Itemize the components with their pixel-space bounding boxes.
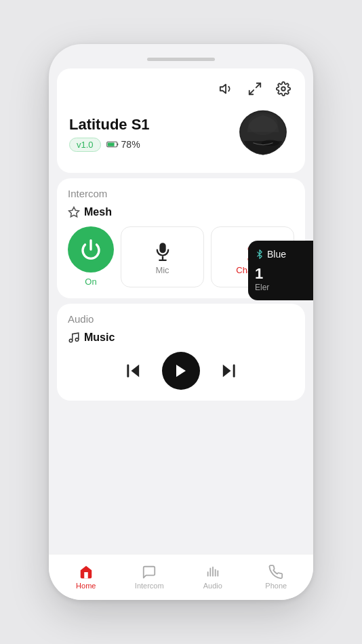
nav-home[interactable]: Home bbox=[54, 565, 118, 590]
prev-icon bbox=[124, 361, 143, 380]
device-info-row: Latitude S1 v1.0 78% bbox=[69, 106, 293, 161]
bottom-nav: Home Intercom Audio Phone bbox=[49, 554, 313, 600]
audio-card: Audio Music bbox=[57, 304, 305, 401]
bluetooth-icon bbox=[255, 249, 264, 259]
nav-intercom-label: Intercom bbox=[135, 582, 164, 590]
svg-marker-0 bbox=[220, 85, 226, 94]
mic-label: Mic bbox=[155, 265, 169, 275]
battery-badge: 78% bbox=[106, 139, 140, 150]
intercom-mode-row: Mesh bbox=[68, 206, 294, 218]
svg-point-16 bbox=[69, 339, 73, 342]
expand-icon-btn[interactable] bbox=[245, 79, 264, 98]
svg-rect-6 bbox=[117, 144, 118, 146]
audio-section-title: Audio bbox=[68, 313, 294, 325]
top-icons-row bbox=[69, 79, 293, 98]
phone-nav-icon bbox=[268, 565, 283, 580]
nav-intercom[interactable]: Intercom bbox=[118, 565, 182, 590]
device-card: Latitude S1 v1.0 78% bbox=[57, 68, 305, 173]
play-button[interactable] bbox=[162, 352, 200, 390]
home-icon bbox=[79, 565, 94, 580]
audio-nav-icon bbox=[205, 565, 220, 580]
nav-audio[interactable]: Audio bbox=[181, 565, 245, 590]
power-button[interactable] bbox=[68, 226, 114, 273]
svg-rect-5 bbox=[107, 142, 114, 146]
slide-panel-title: Blue bbox=[267, 249, 286, 260]
helmet-image bbox=[233, 106, 293, 161]
intercom-nav-icon bbox=[142, 565, 157, 580]
mic-button[interactable]: Mic bbox=[121, 226, 204, 287]
svg-rect-13 bbox=[160, 243, 165, 252]
slide-panel-sublabel: Eler bbox=[255, 283, 269, 292]
expand-icon bbox=[247, 81, 262, 96]
intercom-mode-label: Mesh bbox=[84, 206, 112, 218]
slide-panel-header: Blue bbox=[255, 249, 286, 260]
svg-marker-20 bbox=[176, 365, 186, 377]
volume-icon bbox=[219, 81, 234, 96]
volume-icon-btn[interactable] bbox=[217, 79, 236, 98]
svg-point-17 bbox=[75, 338, 79, 342]
phone-content: Latitude S1 v1.0 78% bbox=[49, 68, 313, 554]
battery-percentage: 78% bbox=[121, 139, 140, 150]
next-icon bbox=[219, 361, 238, 380]
svg-line-1 bbox=[256, 83, 260, 87]
battery-icon bbox=[106, 140, 119, 148]
nav-phone[interactable]: Phone bbox=[245, 565, 308, 590]
power-icon bbox=[80, 239, 102, 260]
nav-phone-label: Phone bbox=[265, 582, 287, 590]
mic-icon bbox=[153, 242, 172, 261]
device-name: Latitude S1 bbox=[69, 116, 150, 134]
svg-point-3 bbox=[281, 87, 285, 91]
music-icon bbox=[68, 331, 80, 344]
nav-audio-label: Audio bbox=[203, 582, 222, 590]
power-status-label: On bbox=[85, 277, 96, 287]
svg-marker-18 bbox=[132, 365, 140, 378]
play-icon bbox=[173, 363, 189, 379]
settings-icon bbox=[276, 81, 291, 96]
device-badges: v1.0 78% bbox=[69, 138, 150, 152]
mesh-icon bbox=[68, 206, 80, 218]
svg-marker-21 bbox=[223, 365, 231, 378]
phone-frame: Latitude S1 v1.0 78% bbox=[49, 44, 313, 600]
audio-mode-label: Music bbox=[84, 331, 115, 344]
power-control: On bbox=[68, 226, 114, 287]
nav-home-label: Home bbox=[76, 582, 96, 590]
version-badge: v1.0 bbox=[69, 138, 101, 152]
slide-panel[interactable]: Blue 1 Eler bbox=[248, 241, 313, 300]
audio-mode-row: Music bbox=[68, 331, 294, 344]
next-button[interactable] bbox=[219, 361, 238, 380]
intercom-section-title: Intercom bbox=[68, 188, 294, 199]
svg-line-2 bbox=[249, 90, 254, 94]
svg-marker-11 bbox=[69, 207, 79, 217]
audio-controls bbox=[68, 352, 294, 390]
phone-notch bbox=[49, 44, 313, 68]
settings-icon-btn[interactable] bbox=[274, 79, 293, 98]
prev-button[interactable] bbox=[124, 361, 143, 380]
notch-bar bbox=[147, 58, 215, 61]
device-left: Latitude S1 v1.0 78% bbox=[69, 116, 150, 152]
slide-panel-number: 1 bbox=[255, 265, 263, 283]
